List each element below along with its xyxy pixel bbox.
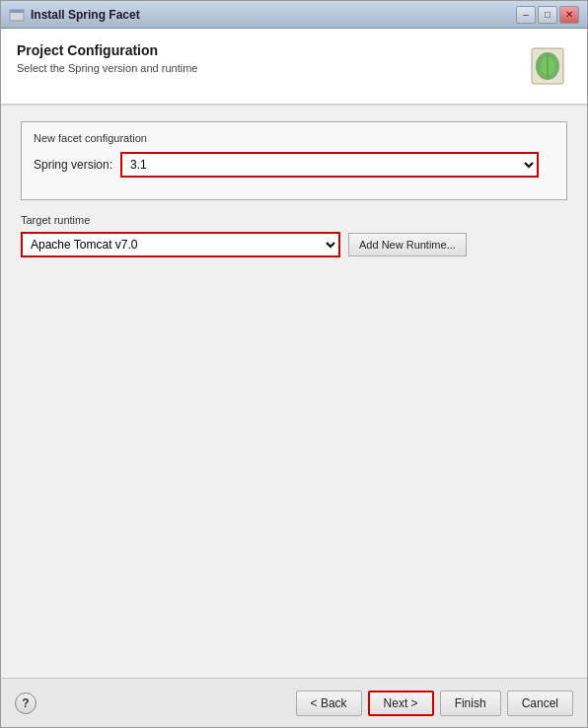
minimize-button[interactable]: –	[516, 6, 536, 24]
runtime-select-wrapper: Apache Tomcat v7.0 Apache Tomcat v6.0	[21, 232, 340, 257]
page-subtitle: Select the Spring version and runtime	[17, 62, 197, 74]
header-icon	[524, 42, 571, 90]
content-area: New facet configuration Spring version: …	[1, 106, 587, 678]
next-button[interactable]: Next >	[368, 691, 434, 716]
window-icon	[9, 7, 25, 23]
spring-version-select[interactable]: 3.1 3.0 2.5	[122, 154, 537, 176]
dialog-window: Install Spring Facet – □ ✕ Project Confi…	[0, 0, 588, 728]
header-text: Project Configuration Select the Spring …	[17, 42, 197, 74]
cancel-button[interactable]: Cancel	[507, 691, 573, 716]
window-controls: – □ ✕	[516, 6, 579, 24]
header-area: Project Configuration Select the Spring …	[1, 29, 587, 106]
runtime-select[interactable]: Apache Tomcat v7.0 Apache Tomcat v6.0	[23, 234, 338, 255]
target-runtime-label: Target runtime	[21, 214, 567, 226]
runtime-row: Apache Tomcat v7.0 Apache Tomcat v6.0 Ad…	[21, 232, 567, 257]
target-runtime-section: Target runtime Apache Tomcat v7.0 Apache…	[21, 214, 567, 257]
finish-button[interactable]: Finish	[440, 691, 501, 716]
spring-version-label: Spring version:	[34, 158, 112, 172]
add-new-runtime-button[interactable]: Add New Runtime...	[348, 233, 467, 256]
back-button[interactable]: < Back	[296, 691, 362, 716]
help-button[interactable]: ?	[15, 692, 37, 714]
close-button[interactable]: ✕	[559, 6, 579, 24]
new-facet-label: New facet configuration	[34, 132, 554, 144]
footer: ? < Back Next > Finish Cancel	[1, 678, 587, 727]
page-title: Project Configuration	[17, 42, 197, 58]
window-title: Install Spring Facet	[31, 8, 516, 22]
spring-version-select-wrapper: 3.1 3.0 2.5	[120, 152, 539, 178]
maximize-button[interactable]: □	[538, 6, 557, 24]
title-bar: Install Spring Facet – □ ✕	[1, 1, 587, 29]
new-facet-section: New facet configuration Spring version: …	[21, 121, 567, 200]
spring-version-row: Spring version: 3.1 3.0 2.5	[34, 152, 554, 178]
svg-rect-1	[10, 10, 24, 13]
